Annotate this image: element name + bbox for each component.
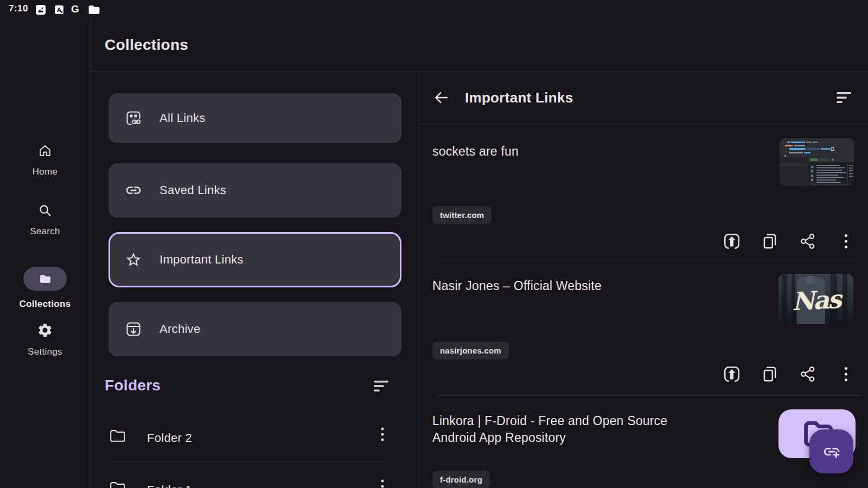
link-item[interactable]: Linkora | F-Droid - Free and Open Source… [419,395,868,488]
more-vert-icon[interactable] [837,232,855,251]
share-icon[interactable] [799,365,817,383]
nas-logo-text: Nas [778,284,853,317]
section-label: All Links [159,111,206,125]
collections-panel-title: Collections [105,36,188,54]
nav-item-home[interactable]: Home [0,143,90,177]
list-divider [112,461,381,462]
link-thumbnail-code-editor [780,138,854,186]
link-title: Nasir Jones – Official Website [432,278,602,294]
letter-a-corner-dot [61,11,63,14]
detail-panel-title: Important Links [465,89,573,106]
back-arrow-icon[interactable] [430,88,452,107]
top-divider [91,71,868,72]
link-actions [723,232,855,251]
open-in-browser-icon[interactable] [723,365,741,383]
link-actions [723,365,855,383]
more-vert-icon[interactable] [837,365,855,383]
nav-label-search: Search [30,226,60,237]
folder-row-name[interactable]: Folder 1 [147,483,192,488]
search-icon [37,203,53,218]
nav-label-settings: Settings [28,346,62,357]
more-vert-icon[interactable] [374,425,391,444]
list-divider [111,151,397,151]
link-domain-badge: f-droid.org [432,471,490,488]
section-label: Archive [159,322,200,336]
link-domain-badge: twitter.com [432,206,492,224]
link-item[interactable]: Nasir Jones – Official Website Nas nasir… [419,260,868,395]
link-title: Linkora | F-Droid - Free and Open Source… [432,413,706,446]
nav-label-home: Home [33,166,58,177]
letter-a-app-icon: A [55,5,63,14]
star-icon [125,251,142,268]
link-icon [125,182,142,199]
add-link-fab[interactable] [809,429,853,473]
section-label: Saved Links [159,183,226,197]
detail-sort-icon[interactable] [834,90,854,105]
link-domain-badge: nasirjones.com [432,342,509,359]
more-vert-icon[interactable] [374,477,391,488]
copy-link-icon[interactable] [761,232,779,251]
files-folder-icon [88,5,100,15]
nav-rail-divider [90,18,91,488]
status-bar-clock: 7:10 [9,3,28,14]
add-link-icon [822,442,841,461]
linkora-app-window: 7:10 A G Home Search Collections [0,0,868,488]
settings-gear-icon [37,322,53,338]
section-label: Important Links [159,253,244,267]
selected-nav-pill [23,267,67,291]
link-title: sockets are fun [432,143,519,160]
archive-icon [125,320,142,338]
share-icon[interactable] [799,232,817,251]
open-in-browser-icon[interactable] [723,232,741,251]
google-icon: G [71,3,79,15]
link-item[interactable]: sockets are fun [419,125,868,260]
nav-item-collections[interactable]: Collections [0,264,90,310]
section-all-links[interactable]: All Links [108,93,401,143]
section-important-links[interactable]: Important Links [108,232,401,287]
folder-outline-icon [108,427,125,444]
folder-outline-icon [108,479,125,488]
home-icon [37,143,53,158]
link-thumbnail-nas-photo: Nas [778,274,853,324]
folder-row-name[interactable]: Folder 2 [147,431,192,445]
all-links-icon [125,110,142,127]
folders-heading: Folders [105,377,161,394]
section-saved-links[interactable]: Saved Links [108,163,401,217]
nav-label-collections: Collections [20,299,71,310]
nav-item-search[interactable]: Search [0,203,90,237]
folder-icon [39,272,52,286]
nav-item-settings[interactable]: Settings [0,322,90,357]
copy-link-icon[interactable] [761,365,779,383]
photos-icon [36,5,46,15]
section-archive[interactable]: Archive [108,302,401,356]
folders-sort-icon[interactable] [372,378,391,394]
